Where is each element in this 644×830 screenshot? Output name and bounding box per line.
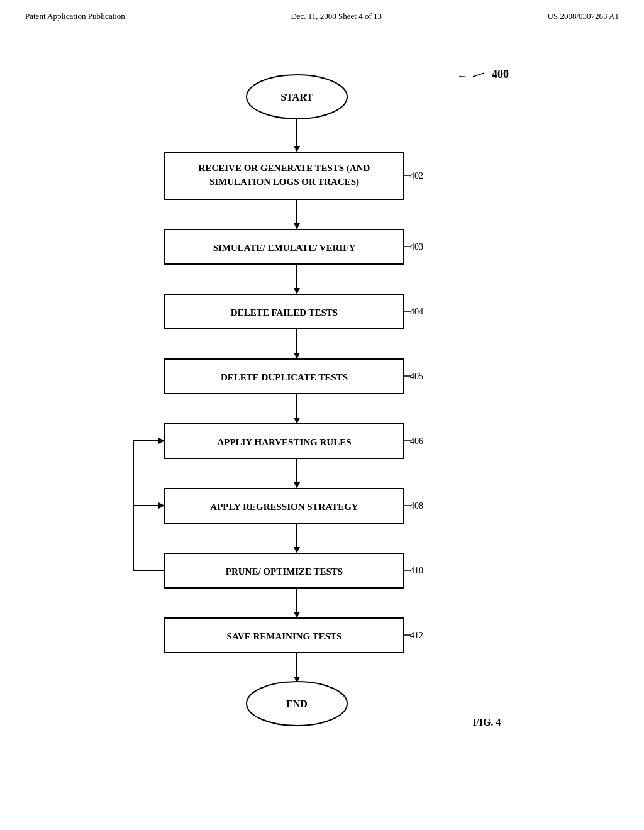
svg-marker-37 xyxy=(294,482,300,489)
svg-marker-25 xyxy=(294,353,300,359)
svg-rect-7 xyxy=(165,152,404,199)
svg-text:SIMULATION LOGS OR TRACES): SIMULATION LOGS OR TRACES) xyxy=(209,177,359,187)
svg-text:DELETE FAILED TESTS: DELETE FAILED TESTS xyxy=(231,307,338,318)
svg-text:APPLY REGRESSION STRATEGY: APPLY REGRESSION STRATEGY xyxy=(210,502,358,512)
header-center: Dec. 11, 2008 Sheet 4 of 13 xyxy=(291,11,382,21)
svg-text:APPLIY HARVESTING RULES: APPLIY HARVESTING RULES xyxy=(217,437,351,447)
svg-text:←: ← xyxy=(457,70,467,81)
svg-text:RECEIVE OR GENERATE TESTS (AND: RECEIVE OR GENERATE TESTS (AND xyxy=(199,163,370,174)
svg-line-1 xyxy=(473,73,484,77)
svg-marker-13 xyxy=(294,223,300,230)
svg-marker-51 xyxy=(158,438,165,444)
svg-marker-6 xyxy=(294,146,300,152)
svg-marker-31 xyxy=(294,418,300,424)
svg-marker-55 xyxy=(294,612,300,618)
svg-text:PRUNE/ OPTIMIZE TESTS: PRUNE/ OPTIMIZE TESTS xyxy=(226,567,343,577)
svg-marker-19 xyxy=(294,288,300,294)
svg-text:410: 410 xyxy=(410,566,423,575)
flowchart-svg: 400 ← START RECEIVE OR GENERATE TESTS (A… xyxy=(102,59,542,801)
svg-text:400: 400 xyxy=(492,68,509,80)
svg-text:406: 406 xyxy=(410,436,423,446)
svg-text:DELETE DUPLICATE TESTS: DELETE DUPLICATE TESTS xyxy=(221,372,348,382)
svg-text:SAVE REMAINING TESTS: SAVE REMAINING TESTS xyxy=(227,631,342,641)
svg-text:404: 404 xyxy=(410,307,423,316)
diagram-container: 400 ← START RECEIVE OR GENERATE TESTS (A… xyxy=(0,28,644,820)
svg-marker-43 xyxy=(294,547,300,553)
svg-text:408: 408 xyxy=(410,501,423,511)
page-header: Patent Application Publication Dec. 11, … xyxy=(0,0,644,28)
svg-text:403: 403 xyxy=(410,242,423,252)
svg-text:402: 402 xyxy=(410,171,423,180)
svg-text:START: START xyxy=(280,92,313,102)
header-left: Patent Application Publication xyxy=(25,11,125,21)
svg-text:412: 412 xyxy=(410,631,423,640)
svg-text:SIMULATE/ EMULATE/ VERIFY: SIMULATE/ EMULATE/ VERIFY xyxy=(213,243,356,253)
header-right: US 2008/0307263 A1 xyxy=(548,11,619,21)
svg-text:405: 405 xyxy=(410,372,423,381)
svg-text:FIG. 4: FIG. 4 xyxy=(473,717,501,728)
svg-text:END: END xyxy=(286,699,308,709)
svg-marker-53 xyxy=(158,502,165,509)
